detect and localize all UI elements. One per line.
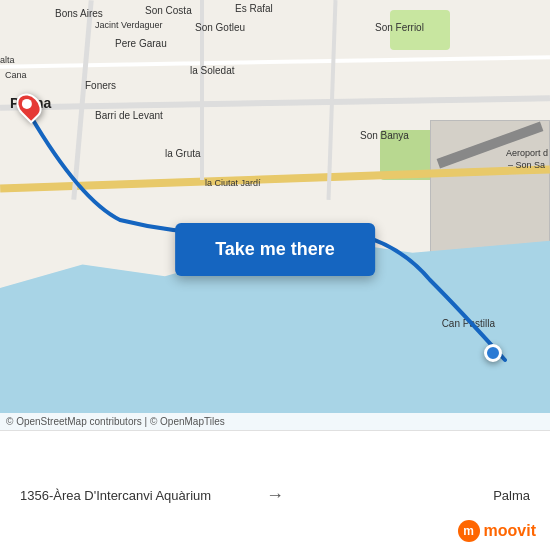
label-es-rafal: Es Rafal: [235, 3, 273, 14]
route-row: 1356-Àrea D'Intercanvi Aquàrium → Palma: [20, 485, 530, 506]
label-can-pastilla: Can Pastilla: [442, 318, 495, 329]
label-aeroport: Aeroport d: [506, 148, 548, 158]
label-barri: Barri de Levant: [95, 110, 163, 121]
map-attribution: © OpenStreetMap contributors | © OpenMap…: [0, 413, 550, 430]
moovit-text: moovit: [484, 522, 536, 540]
label-son-gotleu: Son Gotleu: [195, 22, 245, 33]
bottom-bar: 1356-Àrea D'Intercanvi Aquàrium → Palma …: [0, 430, 550, 550]
label-son-sa: – Son Sa: [508, 160, 545, 170]
label-foners: Foners: [85, 80, 116, 91]
label-son-banya: Son Banya: [360, 130, 409, 141]
route-from: 1356-Àrea D'Intercanvi Aquàrium: [20, 488, 254, 503]
take-me-there-button[interactable]: Take me there: [175, 223, 375, 276]
origin-marker: [18, 92, 40, 120]
map-container: Bons Aires Son Costa Es Rafal Jacint Ver…: [0, 0, 550, 430]
label-la-ciutat: la Ciutat Jardí: [205, 178, 261, 188]
moovit-logo: m moovit: [458, 520, 536, 542]
route-to: Palma: [296, 488, 530, 503]
label-son-ferriol: Son Ferriol: [375, 22, 424, 33]
label-pere-garau: Pere Garau: [115, 38, 167, 49]
label-bons-aires: Bons Aires: [55, 8, 103, 19]
label-jacint: Jacint Verdaguer: [95, 20, 163, 30]
label-cana: Cana: [5, 70, 27, 80]
route-arrow-icon: →: [266, 485, 284, 506]
label-soledat: la Soledat: [190, 65, 234, 76]
destination-marker: [484, 344, 502, 362]
moovit-icon: m: [458, 520, 480, 542]
label-alta: alta: [0, 55, 15, 65]
label-la-gruta: la Gruta: [165, 148, 201, 159]
label-son-costa: Son Costa: [145, 5, 192, 16]
